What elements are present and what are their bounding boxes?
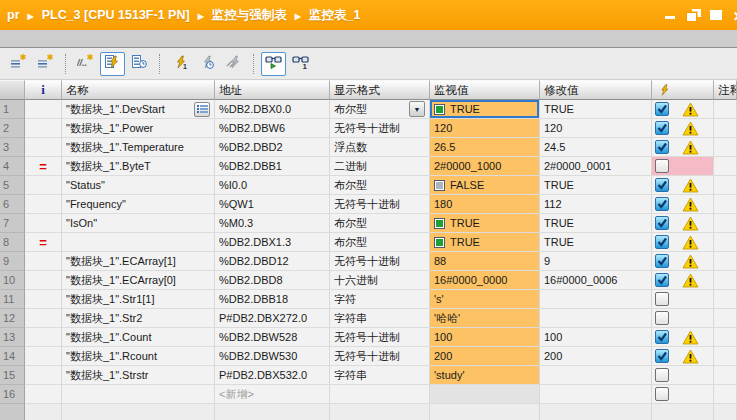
tag-name-cell[interactable]: "数据块_1".ByteT xyxy=(62,157,215,176)
info-cell[interactable] xyxy=(25,309,62,328)
comment-cell[interactable] xyxy=(714,290,737,309)
tag-name-cell[interactable]: "Status" xyxy=(62,176,215,195)
address-cell[interactable]: %DB2.DBW6 xyxy=(215,119,330,138)
modify-value-cell[interactable]: TRUE xyxy=(540,100,652,119)
toolbar-button-insert-row[interactable] xyxy=(6,52,31,76)
address-cell[interactable]: %DB2.DBW530 xyxy=(215,347,330,366)
monitor-value-cell[interactable] xyxy=(430,385,540,404)
info-cell[interactable] xyxy=(25,347,62,366)
modify-enable-cell[interactable] xyxy=(652,290,714,309)
column-header-comment[interactable]: 注释 xyxy=(714,80,737,100)
toolbar-button-modify-with-trigger[interactable] xyxy=(194,52,219,76)
tag-name-cell[interactable]: "数据块_1".ECArray[1] xyxy=(62,252,215,271)
column-header-flash[interactable] xyxy=(652,80,714,100)
display-format-cell[interactable]: 布尔型▼ xyxy=(330,100,430,119)
tag-name-cell[interactable] xyxy=(62,385,215,404)
address-cell[interactable]: %DB2.DBB18 xyxy=(215,290,330,309)
modify-enabled-checkbox[interactable] xyxy=(655,330,669,344)
breadcrumb-segment[interactable]: 监控与强制表 xyxy=(212,8,287,22)
comment-cell[interactable] xyxy=(714,328,737,347)
breadcrumb-segment[interactable]: 监控表_1 xyxy=(309,8,360,22)
row-number-cell[interactable]: 14 xyxy=(0,347,25,366)
info-cell[interactable]: = xyxy=(25,233,62,252)
column-header-modify[interactable]: 修改值 xyxy=(540,80,652,100)
info-cell[interactable] xyxy=(25,195,62,214)
window-maximize-button[interactable] xyxy=(710,9,724,21)
modify-enable-cell[interactable] xyxy=(652,233,714,252)
toolbar-button-add-row[interactable] xyxy=(33,52,58,76)
address-cell[interactable]: P#DB2.DBX532.0 xyxy=(215,366,330,385)
modify-enabled-checkbox[interactable] xyxy=(655,235,669,249)
modify-enable-cell[interactable] xyxy=(652,271,714,290)
modify-enable-cell[interactable] xyxy=(652,119,714,138)
comment-cell[interactable] xyxy=(714,385,737,404)
row-number-cell[interactable]: 15 xyxy=(0,366,25,385)
row-number-cell[interactable]: 10 xyxy=(0,271,25,290)
modify-enable-cell[interactable] xyxy=(652,100,714,119)
toolbar-button-glasses-monitor[interactable] xyxy=(261,52,286,76)
tag-name-cell[interactable]: "Frequency" xyxy=(62,195,215,214)
display-format-cell[interactable]: 十六进制 xyxy=(330,271,430,290)
modify-enable-cell[interactable] xyxy=(652,366,714,385)
window-close-button[interactable]: ✕ xyxy=(733,9,737,21)
column-header-address[interactable]: 地址 xyxy=(215,80,330,100)
modify-value-cell[interactable]: 2#0000_0001 xyxy=(540,157,652,176)
toolbar-button-enable-outputs[interactable] xyxy=(221,52,246,76)
modify-enable-cell[interactable] xyxy=(652,138,714,157)
modify-enabled-checkbox[interactable] xyxy=(655,102,669,116)
monitor-value-cell[interactable]: TRUE xyxy=(430,100,540,119)
format-dropdown-button[interactable]: ▼ xyxy=(409,101,425,117)
modify-value-cell[interactable]: 16#0000_0006 xyxy=(540,271,652,290)
display-format-cell[interactable]: 字符串 xyxy=(330,309,430,328)
tag-name-cell[interactable] xyxy=(62,233,215,252)
column-header-rownum[interactable] xyxy=(0,80,25,100)
monitor-value-cell[interactable]: TRUE xyxy=(430,233,540,252)
comment-cell[interactable] xyxy=(714,233,737,252)
address-cell[interactable]: %QW1 xyxy=(215,195,330,214)
comment-cell[interactable] xyxy=(714,347,737,366)
row-number-cell[interactable]: 4 xyxy=(0,157,25,176)
display-format-cell[interactable]: 布尔型 xyxy=(330,214,430,233)
info-cell[interactable] xyxy=(25,366,62,385)
comment-cell[interactable] xyxy=(714,138,737,157)
display-format-cell[interactable] xyxy=(330,385,430,404)
tag-name-cell[interactable]: "IsOn" xyxy=(62,214,215,233)
toolbar-button-monitor-all[interactable] xyxy=(100,52,125,76)
monitor-value-cell[interactable]: 120 xyxy=(430,119,540,138)
modify-enabled-checkbox[interactable] xyxy=(655,178,669,192)
column-header-monitor[interactable]: 监视值 xyxy=(430,80,540,100)
info-cell[interactable] xyxy=(25,290,62,309)
address-cell[interactable]: %I0.0 xyxy=(215,176,330,195)
info-cell[interactable]: = xyxy=(25,157,62,176)
info-cell[interactable] xyxy=(25,328,62,347)
toolbar-button-monitor-once[interactable] xyxy=(127,52,152,76)
monitor-value-cell[interactable]: 'study' xyxy=(430,366,540,385)
modify-enabled-checkbox[interactable] xyxy=(655,368,669,382)
modify-enabled-checkbox[interactable] xyxy=(655,159,669,173)
tag-name-cell[interactable]: "数据块_1".Str1[1] xyxy=(62,290,215,309)
monitor-value-cell[interactable]: '哈哈' xyxy=(430,309,540,328)
address-cell[interactable]: %M0.3 xyxy=(215,214,330,233)
comment-cell[interactable] xyxy=(714,271,737,290)
comment-cell[interactable] xyxy=(714,252,737,271)
modify-value-cell[interactable]: 112 xyxy=(540,195,652,214)
display-format-cell[interactable]: 字符 xyxy=(330,290,430,309)
address-cell[interactable]: P#DB2.DBX272.0 xyxy=(215,309,330,328)
monitor-value-cell[interactable]: 2#0000_1000 xyxy=(430,157,540,176)
address-cell[interactable]: %DB2.DBX1.3 xyxy=(215,233,330,252)
modify-enabled-checkbox[interactable] xyxy=(655,216,669,230)
info-cell[interactable] xyxy=(25,119,62,138)
comment-cell[interactable] xyxy=(714,176,737,195)
address-cell[interactable]: %DB2.DBD12 xyxy=(215,252,330,271)
monitor-value-cell[interactable]: FALSE xyxy=(430,176,540,195)
row-number-cell[interactable]: 12 xyxy=(0,309,25,328)
display-format-cell[interactable]: 无符号十进制 xyxy=(330,119,430,138)
row-number-cell[interactable]: 16 xyxy=(0,385,25,404)
display-format-cell[interactable]: 字符串 xyxy=(330,366,430,385)
info-cell[interactable] xyxy=(25,176,62,195)
breadcrumb-segment[interactable]: pr xyxy=(7,8,20,22)
modify-value-cell[interactable] xyxy=(540,290,652,309)
address-cell[interactable]: %DB2.DBB1 xyxy=(215,157,330,176)
modify-value-cell[interactable]: 9 xyxy=(540,252,652,271)
row-number-cell[interactable]: 6 xyxy=(0,195,25,214)
